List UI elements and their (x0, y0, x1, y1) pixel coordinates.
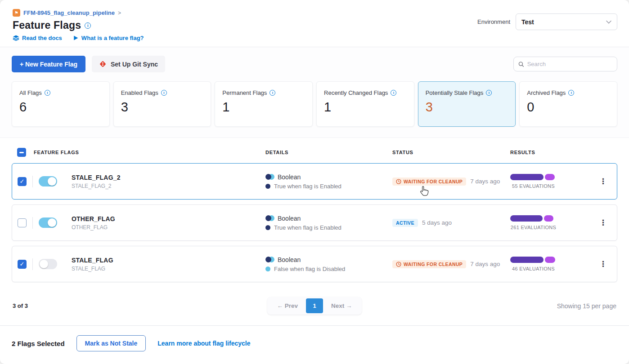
new-feature-flag-button[interactable]: + New Feature Flag (12, 56, 85, 72)
flag-identifier: STALE_FLAG_2 (72, 183, 265, 189)
flag-row[interactable]: OTHER_FLAG OTHER_FLAG Boolean True when … (12, 204, 617, 241)
col-header-feature-flags[interactable]: FEATURE FLAGS (34, 150, 265, 155)
evaluations-bar-primary (510, 257, 544, 263)
info-icon[interactable]: i (45, 90, 50, 96)
stat-card[interactable]: Archived Flags i 0 (519, 81, 617, 127)
environment-select[interactable]: Test (516, 13, 617, 30)
flag-name[interactable]: OTHER_FLAG (72, 215, 265, 222)
variation-bullet-icon (265, 184, 270, 189)
stat-card[interactable]: Permanent Flags i 1 (215, 81, 313, 127)
selection-footer: 2 Flags Selected Mark as Not Stale Learn… (0, 325, 629, 361)
toggle-knob (48, 177, 56, 186)
flag-type: Boolean (278, 215, 301, 222)
info-icon[interactable]: i (161, 90, 167, 96)
select-all-checkbox[interactable] (17, 148, 26, 157)
flag-name[interactable]: STALE_FLAG (72, 257, 265, 264)
flag-results-cell: 55 EVALUATIONS (510, 174, 589, 189)
chevron-right-icon: > (118, 10, 121, 16)
page-1-button[interactable]: 1 (306, 298, 323, 313)
variation-description: True when flag is Enabled (274, 224, 341, 231)
play-icon (73, 35, 79, 41)
row-checkbox[interactable] (18, 177, 27, 186)
flag-row[interactable]: STALE_FLAG STALE_FLAG Boolean False when… (12, 246, 617, 282)
status-badge-label: WAITING FOR CLEANUP (404, 179, 463, 184)
read-docs-label: Read the docs (22, 35, 62, 41)
prev-button[interactable]: ← Prev (269, 299, 306, 313)
stat-card-label-row: Recently Changed Flags i (324, 89, 407, 96)
chevron-down-icon (606, 20, 611, 24)
info-icon[interactable]: i (391, 90, 396, 96)
col-header-status: STATUS (392, 150, 510, 155)
status-badge-label: ACTIVE (396, 220, 414, 226)
flag-details-cell: Boolean True when flag is Enabled (265, 215, 392, 231)
flag-name-cell: STALE_FLAG STALE_FLAG (72, 257, 265, 272)
boolean-type-icon (265, 174, 274, 180)
table-header-row: FEATURE FLAGS DETAILS STATUS RESULTS (12, 141, 617, 163)
divider (32, 176, 33, 187)
stat-card-value: 0 (527, 100, 610, 115)
status-updated-ago: 7 days ago (470, 178, 500, 185)
evaluations-bar (510, 174, 557, 180)
boolean-type-icon (265, 215, 274, 221)
setup-git-sync-button[interactable]: Set Up Git Sync (92, 56, 165, 72)
row-menu-kebab-icon[interactable]: ⋮ (595, 258, 611, 270)
stat-card-label: Recently Changed Flags (324, 89, 388, 96)
flag-toggle[interactable] (39, 176, 57, 186)
next-button[interactable]: Next → (323, 299, 360, 313)
status-badge[interactable]: ACTIVE (392, 219, 418, 227)
status-badge-label: WAITING FOR CLEANUP (404, 262, 463, 267)
flag-toggle[interactable] (39, 218, 57, 228)
row-menu-kebab-icon[interactable]: ⋮ (595, 217, 611, 228)
row-checkbox[interactable] (18, 218, 27, 227)
flag-details-cell: Boolean True when flag is Enabled (265, 173, 392, 190)
flag-type: Boolean (278, 173, 301, 181)
flags-table: FEATURE FLAGS DETAILS STATUS RESULTS STA… (0, 138, 629, 325)
per-page-label: Showing 15 per page (517, 302, 616, 310)
flag-results-cell: 46 EVALUATIONS (510, 257, 589, 271)
evaluations-count: 55 EVALUATIONS (510, 183, 557, 189)
flag-lifecycle-link[interactable]: Learn more about flag lifecycle (157, 340, 250, 347)
stat-card-value: 1 (222, 100, 305, 115)
evaluations-count: 46 EVALUATIONS (510, 266, 557, 271)
stat-card-label-row: Archived Flags i (527, 89, 610, 96)
evaluations-bar-secondary (544, 215, 553, 222)
divider (32, 258, 33, 270)
flags-selected-count: 2 Flags Selected (12, 340, 65, 347)
info-icon[interactable]: i (270, 90, 275, 96)
flag-details-cell: Boolean False when flag is Disabled (265, 256, 392, 272)
stat-card-label-row: Enabled Flags i (121, 89, 204, 96)
flag-toggle[interactable] (39, 259, 57, 269)
stat-card[interactable]: Recently Changed Flags i 1 (316, 81, 414, 127)
stat-card-value: 1 (324, 100, 407, 115)
status-updated-ago: 5 days ago (422, 219, 452, 226)
mark-not-stale-button[interactable]: Mark as Not Stale (76, 335, 146, 351)
evaluations-count: 261 EVALUATIONS (510, 225, 557, 230)
read-docs-link[interactable]: Read the docs (13, 35, 62, 41)
breadcrumb-project-link[interactable]: FFM-8945_flag_cleanup_pipeline (23, 9, 115, 16)
stat-card-value: 3 (426, 100, 508, 115)
info-icon[interactable]: i (486, 90, 492, 96)
page-header: ⚑ FFM-8945_flag_cleanup_pipeline > Featu… (0, 0, 629, 47)
col-header-details: DETAILS (265, 150, 392, 155)
flag-row[interactable]: STALE_FLAG_2 STALE_FLAG_2 Boolean True w… (12, 163, 617, 200)
what-is-flag-link[interactable]: What is a feature flag? (73, 35, 144, 41)
info-icon[interactable]: i (85, 22, 91, 29)
status-badge[interactable]: WAITING FOR CLEANUP (392, 260, 466, 268)
stat-card[interactable]: Enabled Flags i 3 (113, 81, 211, 127)
row-menu-kebab-icon[interactable]: ⋮ (595, 176, 611, 187)
flag-identifier: OTHER_FLAG (72, 224, 265, 231)
flag-identifier: STALE_FLAG (72, 266, 265, 272)
stat-card[interactable]: Potentially Stale Flags i 3 (418, 81, 516, 127)
page-title: Feature Flags (13, 19, 81, 31)
search-input[interactable] (527, 61, 612, 67)
evaluations-bar-secondary (545, 174, 555, 180)
variation-description: True when flag is Enabled (274, 183, 341, 190)
stat-card[interactable]: All Flags i 6 (12, 81, 110, 127)
search-box[interactable] (513, 57, 617, 71)
status-badge[interactable]: WAITING FOR CLEANUP (392, 178, 466, 186)
info-icon[interactable]: i (568, 90, 574, 96)
stat-card-label: Archived Flags (527, 89, 566, 96)
evaluations-bar-primary (510, 174, 544, 180)
row-checkbox[interactable] (18, 260, 27, 269)
flag-name[interactable]: STALE_FLAG_2 (72, 174, 265, 181)
